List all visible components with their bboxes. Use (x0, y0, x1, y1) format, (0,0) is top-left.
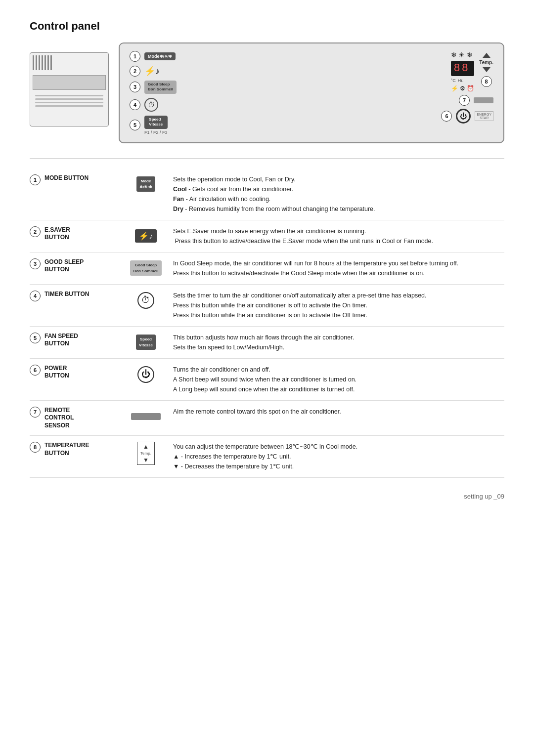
label-col-6: 6 POWERBUTTON (30, 365, 119, 380)
diagram-speed-btn: SpeedVitesse (144, 116, 168, 129)
esaver-button-icon: ⚡♪ (135, 229, 157, 243)
grille-line (33, 55, 34, 70)
row-num-5: 5 (30, 333, 41, 343)
grille-line (42, 55, 43, 70)
table-row: 4 TIMER BUTTON ⏱ Sets the timer to turn … (30, 285, 504, 327)
mode-button-desc: Sets the operation mode to Cool, Fan or … (173, 174, 504, 214)
diagram-num-8: 8 (481, 76, 492, 87)
power-button-desc: Turns the air conditioner on and off. A … (173, 365, 504, 394)
diagram-sub-icons: ⚡ ⚙ ⏰ (451, 85, 475, 92)
esaver-button-desc: Sets E.Saver mode to save energy when th… (173, 226, 504, 246)
section-divider (30, 158, 504, 159)
diagram-timer-icon: ⏱ (144, 98, 158, 112)
row-num-4: 4 (30, 291, 41, 301)
diagram-fanspeed-area: SpeedVitesse F1 / F2 / F3 (144, 116, 168, 135)
page-title: Control panel (30, 20, 504, 33)
diagram-container: 1 Mode❄/☀/❄ 2 ⚡♪ 3 Good SleepBon Sommeil (30, 42, 504, 143)
power-button-label: POWERBUTTON (44, 365, 69, 380)
label-col-2: 2 E.SAVERBUTTON (30, 226, 119, 242)
diagram-speed-options: F1 / F2 / F3 (144, 130, 168, 135)
button-descriptions-table: 1 MODE BUTTON Mode❄/☀/❄ Sets the operati… (30, 168, 504, 478)
grille-line (44, 55, 46, 70)
page-footer: setting up _09 (30, 493, 504, 500)
power-button-icon: ⏻ (137, 366, 154, 383)
vent-line (35, 102, 103, 103)
mode-button-icon-col: Mode❄/☀/❄ (126, 174, 166, 194)
timer-button-icon-col: ⏱ (126, 291, 166, 310)
grille-line (50, 55, 52, 70)
row-num-8: 8 (30, 442, 41, 453)
fanspeed-button-desc: This button adjusts how much air flows t… (173, 333, 504, 352)
diagram-num-6: 6 (441, 111, 452, 122)
table-row: 5 FAN SPEEDBUTTON SpeedVitesse This butt… (30, 327, 504, 359)
diagram-mode-icons-top: ❄ ☀ ❄ (451, 51, 475, 59)
timer-button-icon: ⏱ (137, 292, 154, 309)
goodsleep-button-label: GOOD SLEEPBUTTON (44, 258, 84, 274)
diagram-num-3: 3 (130, 82, 140, 92)
remote-sensor-icon-col (126, 407, 166, 426)
diagram-num-7: 7 (459, 95, 470, 106)
label-col-7: 7 REMOTECONTROLSENSOR (30, 407, 119, 430)
ac-unit-sketch (30, 52, 109, 126)
vent-lines (30, 92, 108, 109)
fanspeed-button-icon: SpeedVitesse (136, 335, 156, 349)
vent-line (35, 95, 103, 96)
diagram-temp-arrows: Temp. 8 (479, 53, 493, 87)
label-col-1: 1 MODE BUTTON (30, 174, 119, 185)
control-panel-diagram: 1 Mode❄/☀/❄ 2 ⚡♪ 3 Good SleepBon Sommeil (119, 42, 504, 143)
diagram-display: 88 (451, 61, 475, 76)
temp-button-icon: ▲ Temp. ▼ (137, 442, 155, 465)
table-row: 2 E.SAVERBUTTON ⚡♪ Sets E.Saver mode to … (30, 220, 504, 252)
diagram-num-2: 2 (130, 66, 140, 77)
goodsleep-button-desc: In Good Sleep mode, the air conditioner … (173, 258, 504, 278)
table-row: 7 REMOTECONTROLSENSOR Aim the remote con… (30, 401, 504, 436)
table-row: 1 MODE BUTTON Mode❄/☀/❄ Sets the operati… (30, 168, 504, 220)
fanspeed-button-icon-col: SpeedVitesse (126, 333, 166, 352)
label-col-3: 3 GOOD SLEEPBUTTON (30, 258, 119, 274)
diagram-arrow-down (483, 67, 490, 72)
timer-button-desc: Sets the timer to turn the air condition… (173, 291, 504, 320)
table-row: 8 TEMPERATUREBUTTON ▲ Temp. ▼ You can ad… (30, 436, 504, 478)
mode-button-label: MODE BUTTON (44, 174, 89, 182)
temp-arrow-up-icon: ▲ Temp. ▼ (137, 442, 155, 465)
row-num-1: 1 (30, 174, 41, 185)
diagram-esaver-icon: ⚡♪ (144, 66, 160, 77)
diagram-temp-label: Temp. (479, 60, 493, 65)
remote-sensor-label: REMOTECONTROLSENSOR (44, 407, 74, 430)
grille-line (39, 55, 40, 70)
diagram-num-4: 4 (130, 99, 140, 110)
diagram-arrow-up (483, 53, 490, 58)
label-col-5: 5 FAN SPEEDBUTTON (30, 333, 119, 348)
diagram-power-icon: ⏻ (456, 109, 471, 124)
row-num-6: 6 (30, 365, 41, 376)
power-button-icon-col: ⏻ (126, 365, 166, 384)
row-num-2: 2 (30, 226, 41, 237)
vent-line (35, 98, 103, 100)
remote-sensor-icon (131, 413, 161, 420)
fanspeed-button-label: FAN SPEEDBUTTON (44, 333, 78, 348)
vent-line (35, 105, 103, 107)
mode-button-icon: Mode❄/☀/❄ (136, 176, 155, 191)
diagram-num-1: 1 (130, 51, 140, 62)
footer-text: setting up _09 (464, 493, 504, 500)
table-row: 6 POWERBUTTON ⏻ Turns the air conditione… (30, 359, 504, 401)
temp-button-icon-col: ▲ Temp. ▼ (126, 442, 166, 465)
temp-button-label: TEMPERATUREBUTTON (44, 442, 89, 457)
remote-sensor-desc: Aim the remote control toward this spot … (173, 407, 504, 417)
esaver-button-icon-col: ⚡♪ (126, 226, 166, 246)
esaver-button-label: E.SAVERBUTTON (44, 226, 70, 242)
label-col-8: 8 TEMPERATUREBUTTON (30, 442, 119, 457)
goodsleep-button-icon: Good SleepBon Sommeil (130, 260, 161, 275)
grille-line (47, 55, 49, 70)
table-row: 3 GOOD SLEEPBUTTON Good SleepBon Sommeil… (30, 252, 504, 285)
temp-button-desc: You can adjust the temperature between 1… (173, 442, 504, 471)
timer-button-label: TIMER BUTTON (44, 291, 89, 298)
row-num-3: 3 (30, 258, 41, 269)
diagram-energy-star: ENERGYSTAR (475, 111, 493, 121)
diagram-display-units: °CHr. (451, 78, 475, 83)
diagram-mode-btn: Mode❄/☀/❄ (144, 52, 176, 60)
diagram-sensor-bar (474, 97, 493, 103)
ac-grille (30, 53, 108, 73)
goodsleep-button-icon-col: Good SleepBon Sommeil (126, 258, 166, 278)
grille-line (36, 55, 37, 70)
